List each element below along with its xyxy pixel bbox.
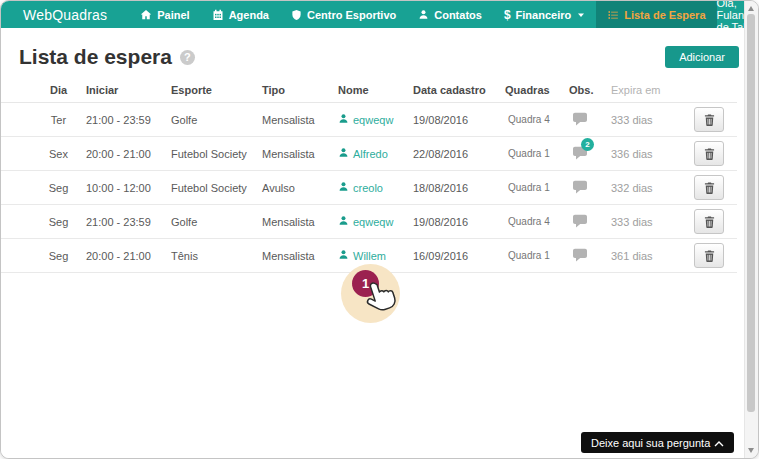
- scroll-up-arrow[interactable]: [748, 6, 754, 11]
- cell-iniciar: 21:00 - 23:59: [86, 216, 171, 228]
- column-header-obs: Obs.: [569, 84, 611, 96]
- table-row: Sex20:00 - 21:00Futebol SocietyMensalist…: [1, 137, 737, 171]
- cell-actions: [681, 175, 731, 200]
- cell-obs: 2: [569, 146, 611, 162]
- delete-button[interactable]: [694, 175, 724, 200]
- cell-data-cadastro: 16/09/2016: [413, 250, 505, 262]
- nav-item-centro-esportivo[interactable]: Centro Esportivo: [280, 1, 407, 28]
- scroll-down-arrow[interactable]: [748, 448, 754, 453]
- person-icon: [338, 215, 349, 228]
- cell-actions: [681, 243, 731, 268]
- cell-quadras: Quadra 1: [505, 148, 569, 159]
- add-button[interactable]: Adicionar: [665, 46, 739, 68]
- cell-dia: Seg: [31, 216, 86, 228]
- cell-dia: Ter: [31, 114, 86, 126]
- contact-link[interactable]: creolo: [338, 181, 383, 194]
- cell-nome: creolo: [338, 181, 413, 194]
- contact-name: eqweqw: [353, 114, 393, 126]
- nav-item-financeiro[interactable]: $Financeiro: [493, 1, 596, 28]
- cell-data-cadastro: 22/08/2016: [413, 148, 505, 160]
- nav-menu: PainelAgendaCentro EsportivoContatos$Fin…: [129, 1, 716, 28]
- delete-button[interactable]: [694, 209, 724, 234]
- table-row: Seg20:00 - 21:00TênisMensalistaWillem16/…: [1, 239, 737, 273]
- contact-link[interactable]: Willem: [338, 249, 386, 262]
- cell-quadras: Quadra 4: [505, 216, 569, 227]
- column-header-quadras: Quadras: [505, 84, 569, 96]
- contact-name: creolo: [353, 182, 383, 194]
- contact-link[interactable]: eqweqw: [338, 113, 393, 126]
- comment-icon[interactable]: 2: [572, 146, 589, 160]
- cell-tipo: Mensalista: [262, 148, 338, 160]
- cell-data-cadastro: 19/08/2016: [413, 216, 505, 228]
- cell-obs: [569, 112, 611, 128]
- table-body: Ter21:00 - 23:59GolfeMensalistaeqweqw19/…: [1, 103, 745, 273]
- cell-tipo: Mensalista: [262, 250, 338, 262]
- main-content: Lista de espera Adicionar DiaIniciarEspo…: [1, 28, 745, 458]
- person-icon: [338, 113, 349, 126]
- scrollbar-thumb[interactable]: [747, 14, 755, 412]
- cell-tipo: Mensalista: [262, 216, 338, 228]
- cell-esporte: Futebol Society: [171, 182, 262, 194]
- cell-obs: [569, 248, 611, 264]
- page-header: Lista de espera Adicionar: [19, 45, 739, 69]
- cell-tipo: Mensalista: [262, 114, 338, 126]
- cell-nome: Alfredo: [338, 147, 413, 160]
- column-header-tipo: Tipo: [262, 84, 338, 96]
- table-row: Seg21:00 - 23:59GolfeMensalistaeqweqw19/…: [1, 205, 737, 239]
- cell-actions: [681, 209, 731, 234]
- table-row: Seg10:00 - 12:00Futebol SocietyAvulsocre…: [1, 171, 737, 205]
- nav-item-label: Agenda: [229, 9, 269, 21]
- trash-icon: [704, 250, 715, 262]
- nav-item-label: Financeiro: [516, 9, 572, 21]
- comment-icon[interactable]: [572, 180, 589, 194]
- comment-icon[interactable]: [572, 112, 589, 126]
- cell-expira-em: 361 dias: [611, 250, 681, 262]
- question-icon[interactable]: [180, 50, 195, 65]
- calendar-icon: [212, 9, 224, 21]
- cell-iniciar: 20:00 - 21:00: [86, 250, 171, 262]
- user-icon: [418, 9, 429, 20]
- delete-button[interactable]: [694, 107, 724, 132]
- cell-obs: [569, 180, 611, 196]
- nav-item-agenda[interactable]: Agenda: [201, 1, 280, 28]
- home-icon: [140, 9, 152, 21]
- cell-dia: Sex: [31, 148, 86, 160]
- nav-item-label: Lista de Espera: [624, 9, 705, 21]
- comment-icon[interactable]: [572, 214, 589, 228]
- delete-button[interactable]: [694, 243, 724, 268]
- trash-icon: [704, 182, 715, 194]
- cell-expira-em: 332 dias: [611, 182, 681, 194]
- person-icon: [338, 147, 349, 160]
- list-icon: [607, 9, 619, 21]
- column-header-iniciar: Iniciar: [86, 84, 171, 96]
- nav-item-painel[interactable]: Painel: [129, 1, 200, 28]
- comment-icon[interactable]: [572, 248, 589, 262]
- person-icon: [338, 249, 349, 262]
- nav-item-contatos[interactable]: Contatos: [407, 1, 493, 28]
- contact-link[interactable]: Alfredo: [338, 147, 388, 160]
- delete-button[interactable]: [694, 141, 724, 166]
- table-header-row: DiaIniciarEsporteTipoNomeData cadastroQu…: [1, 77, 737, 103]
- cell-quadras: Quadra 4: [505, 114, 569, 125]
- nav-item-lista-de-espera[interactable]: Lista de Espera: [596, 1, 716, 28]
- brand-link[interactable]: WebQuadras: [1, 1, 129, 28]
- nav-item-label: Painel: [157, 9, 189, 21]
- cell-quadras: Quadra 1: [505, 250, 569, 261]
- trash-icon: [704, 148, 715, 160]
- cell-data-cadastro: 18/08/2016: [413, 182, 505, 194]
- navbar: WebQuadras PainelAgendaCentro EsportivoC…: [1, 1, 745, 28]
- table-row: Ter21:00 - 23:59GolfeMensalistaeqweqw19/…: [1, 103, 737, 137]
- chat-widget[interactable]: Deixe aqui sua pergunta: [581, 432, 734, 453]
- cell-esporte: Futebol Society: [171, 148, 262, 160]
- app-window: WebQuadras PainelAgendaCentro EsportivoC…: [0, 0, 759, 459]
- trash-icon: [704, 216, 715, 228]
- scrollbar: [744, 1, 758, 458]
- cell-nome: eqweqw: [338, 113, 413, 126]
- cell-iniciar: 10:00 - 12:00: [86, 182, 171, 194]
- contact-link[interactable]: eqweqw: [338, 215, 393, 228]
- contact-name: eqweqw: [353, 216, 393, 228]
- column-header-esporte: Esporte: [171, 84, 262, 96]
- person-icon: [338, 181, 349, 194]
- cell-nome: eqweqw: [338, 215, 413, 228]
- obs-count-badge: 2: [581, 138, 594, 151]
